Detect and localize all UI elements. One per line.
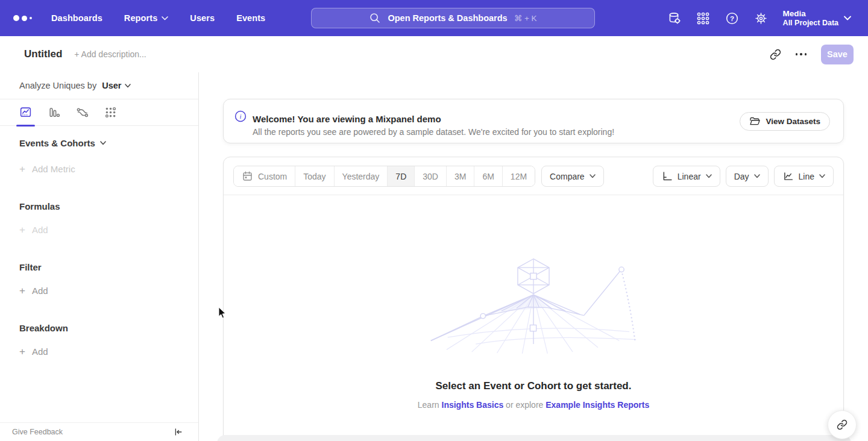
chevron-down-icon [590,174,596,178]
range-12m[interactable]: 12M [502,166,535,186]
plus-icon: + [19,286,25,296]
filter-section-header: Filter [19,262,198,272]
tab-bar-chart[interactable] [48,99,60,126]
save-button[interactable]: Save [821,45,854,64]
range-custom[interactable]: Custom [234,166,295,186]
chevron-down-icon [754,174,760,178]
app-window: Dashboards Reports Users Events Open Rep… [0,0,868,441]
apps-grid-icon[interactable] [696,11,710,25]
collapse-sidebar-icon[interactable] [173,427,183,437]
example-insights-reports-link[interactable]: Example Insights Reports [546,400,649,410]
empty-state-illustration [413,255,654,354]
report-title[interactable]: Untitled [24,48,62,60]
search-placeholder: Open Reports & Dashboards [388,13,507,23]
chevron-down-icon [844,16,851,20]
add-breakdown-button[interactable]: + Add [19,346,198,357]
open-folder-icon [749,116,760,126]
svg-text:i: i [239,113,241,120]
help-icon[interactable]: ? [725,11,739,25]
search-icon [369,12,381,24]
global-search-input[interactable]: Open Reports & Dashboards ⌘ + K [311,8,595,28]
give-feedback-link[interactable]: Give Feedback [12,428,63,436]
nav-item-dashboards[interactable]: Dashboards [51,13,102,23]
nav-item-reports[interactable]: Reports [124,13,169,23]
settings-gear-icon[interactable] [754,11,768,25]
next-section-peek [217,435,851,441]
range-3m[interactable]: 3M [446,166,474,186]
report-card: Custom Today Yesterday 7D 30D 3M 6M 12M … [223,157,844,441]
insights-basics-link[interactable]: Insights Basics [442,400,504,410]
plus-icon: + [19,225,25,235]
nav-item-events[interactable]: Events [236,13,265,23]
visualization-tabs [0,99,198,126]
add-description-field[interactable]: + Add description... [74,49,146,59]
plus-icon: + [19,164,25,174]
data-management-icon[interactable] [667,11,681,25]
copy-link-floating-button[interactable] [828,410,857,439]
range-30d[interactable]: 30D [414,166,446,186]
add-filter-button[interactable]: + Add [19,286,198,296]
range-today[interactable]: Today [295,166,333,186]
chevron-down-icon [706,174,712,178]
formulas-section-header: Formulas [19,201,198,211]
query-builder-sidebar: Analyze Uniques by User [0,72,199,441]
range-6m[interactable]: 6M [474,166,502,186]
empty-state: Select an Event or Cohort to get started… [224,255,843,410]
scale-dropdown[interactable]: Linear [653,166,720,187]
compare-dropdown[interactable]: Compare [541,166,604,187]
retention-dots-icon [104,106,117,119]
primary-nav: Dashboards Reports Users Events [51,13,265,23]
chevron-down-icon [819,174,825,178]
flows-icon [76,106,89,119]
project-scope: All Project Data [783,19,838,28]
banner-body: All the reports you see are powered by a… [253,127,614,137]
project-name: Media [783,9,838,19]
chevron-down-icon [100,141,106,145]
report-toolbar: Custom Today Yesterday 7D 30D 3M 6M 12M … [224,157,843,195]
nav-item-users[interactable]: Users [190,13,215,23]
calendar-icon [242,170,253,182]
info-icon: i [234,110,247,122]
analyze-uniques-row: Analyze Uniques by User [0,72,198,99]
mixpanel-logo-icon[interactable] [13,15,32,21]
linear-axis-icon [661,170,673,182]
range-7d[interactable]: 7D [387,166,414,186]
welcome-banner: i Welcome! You are viewing a Mixpanel de… [223,99,844,143]
more-options-icon[interactable] [796,51,807,58]
add-metric-button[interactable]: + Add Metric [19,164,198,174]
search-shortcut: ⌘ + K [514,13,537,23]
bar-chart-icon [48,106,60,119]
report-header-actions: Save [770,45,868,64]
top-navigation-bar: Dashboards Reports Users Events Open Rep… [0,0,868,36]
tab-insights[interactable] [19,99,32,126]
tab-flows[interactable] [76,99,89,126]
chart-type-dropdown[interactable]: Line [774,166,834,187]
add-formula-button[interactable]: + Add [19,225,198,235]
sidebar-sections: Events & Cohorts + Add Metric Formulas +… [0,138,198,357]
insights-line-chart-icon [19,106,32,119]
line-chart-icon [782,170,794,182]
events-cohorts-section-header[interactable]: Events & Cohorts [19,138,198,148]
chevron-down-icon [162,16,168,20]
chart-controls: Linear Day Line [653,166,834,187]
interval-dropdown[interactable]: Day [726,166,769,187]
date-range-segmented-control: Custom Today Yesterday 7D 30D 3M 6M 12M [233,166,535,187]
sidebar-footer: Give Feedback [0,422,198,441]
range-yesterday[interactable]: Yesterday [334,166,388,186]
empty-state-heading: Select an Event or Cohort to get started… [224,380,843,392]
analyze-label: Analyze Uniques by [19,81,96,90]
link-chain-icon [837,419,848,430]
project-switcher[interactable]: Media All Project Data [783,9,851,28]
breakdown-section-header: Breakdown [19,323,198,333]
analyze-by-dropdown[interactable]: User [102,81,131,90]
empty-state-links: Learn Insights Basics or explore Example… [224,400,843,410]
view-datasets-button[interactable]: View Datasets [740,112,830,131]
report-header: Untitled + Add description... Save [0,36,868,72]
tab-retention[interactable] [104,99,117,126]
plus-icon: + [19,346,25,357]
banner-title: Welcome! You are viewing a Mixpanel demo [253,105,614,124]
chevron-down-icon [125,84,131,88]
share-link-icon[interactable] [770,49,781,60]
svg-text:?: ? [730,14,734,22]
nav-right-controls: ? Media All Project Data [667,0,868,36]
